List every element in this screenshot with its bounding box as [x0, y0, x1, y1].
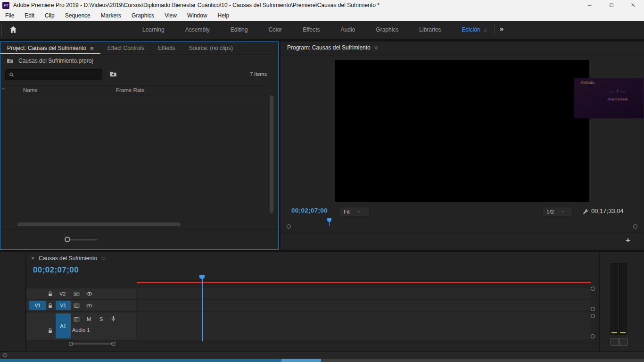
search-input[interactable] [5, 69, 102, 80]
track-output-eye-icon[interactable] [86, 302, 93, 309]
project-panel: Project: Causas del Sufrimiento≡Effect C… [0, 41, 279, 250]
video-scroll-handle-bottom[interactable] [591, 307, 595, 311]
track-v2: V2 [26, 288, 599, 299]
tab-source[interactable]: Source: (no clips) [182, 42, 240, 54]
track-patch-icon[interactable] [73, 302, 80, 309]
tab-effects[interactable]: Effects [151, 42, 182, 54]
menu-file[interactable]: File [0, 12, 19, 19]
transport-controls: + [281, 232, 644, 250]
creative-cloud-icon [2, 352, 8, 358]
items-count: 7 Items [250, 71, 267, 77]
track-patch-icon[interactable] [73, 316, 80, 323]
tab-label: Project: Causas del Sufrimiento [7, 45, 86, 51]
project-toolbar [0, 230, 278, 250]
bin-up-icon [6, 57, 14, 65]
tab-effect-controls[interactable]: Effect Controls [101, 42, 151, 54]
timeline-playhead-line[interactable] [202, 279, 203, 341]
panel-menu-icon[interactable]: ≡ [374, 44, 378, 51]
video-overlay-image: demás. dharmachala [574, 78, 644, 118]
playback-resolution-select[interactable]: 1/2 [542, 207, 572, 216]
track-target-v1[interactable]: V1 [56, 301, 71, 310]
workspace-tab-color[interactable]: Color [258, 26, 292, 33]
workspace-menu-icon[interactable]: ≡ [484, 26, 487, 33]
close-tab-icon[interactable]: × [31, 255, 34, 262]
column-header-name[interactable]: Name [23, 87, 38, 93]
solo-left-button[interactable] [611, 338, 619, 346]
menu-clip[interactable]: Clip [40, 12, 60, 19]
solo-right-button[interactable] [619, 338, 627, 346]
menu-markers[interactable]: Markers [96, 12, 126, 19]
audio-scroll-handle-bottom[interactable] [591, 334, 595, 338]
workspace-tab-assembly[interactable]: Assembly [175, 26, 220, 33]
audio-scroll-handle-top[interactable] [591, 314, 595, 318]
track-v2-lane[interactable] [137, 288, 591, 299]
track-output-eye-icon[interactable] [86, 290, 93, 297]
video-scroll-handle-top[interactable] [591, 287, 595, 291]
timeline-horizontal-scrollbar[interactable] [71, 343, 114, 345]
home-icon[interactable] [8, 25, 18, 34]
track-v2-label[interactable]: V2 [59, 291, 66, 296]
chevU-icon [0, 86, 6, 91]
menu-view[interactable]: View [159, 12, 182, 19]
panel-menu-icon[interactable]: ≡ [101, 255, 105, 262]
menu-sequence[interactable]: Sequence [60, 12, 96, 19]
settings-wrench-icon[interactable] [582, 208, 589, 215]
project-horizontal-scrollbar[interactable] [17, 222, 267, 227]
mini-timeline-left-handle[interactable] [287, 224, 291, 229]
column-header-frame-rate[interactable]: Frame Rate [116, 87, 145, 93]
track-v1-lane[interactable] [137, 300, 591, 311]
workspace-tab-edición[interactable]: Edición≡ [451, 26, 497, 33]
button-editor-add-button[interactable]: + [626, 236, 630, 245]
chevron-down-icon [561, 209, 565, 214]
search-icon [8, 72, 15, 78]
workspace-tab-effects[interactable]: Effects [292, 26, 330, 33]
workspace-tab-editing[interactable]: Editing [220, 26, 258, 33]
panel-menu-icon[interactable]: ≡ [90, 45, 94, 52]
workspace-tab-audio[interactable]: Audio [330, 26, 366, 33]
track-a1-name[interactable]: Audio 1 [72, 327, 90, 333]
timeline-ruler[interactable] [137, 271, 592, 280]
menu-edit[interactable]: Edit [19, 12, 40, 19]
minimize-icon [586, 2, 593, 8]
track-lock-icon[interactable] [47, 327, 54, 334]
menu-window[interactable]: Window [182, 12, 213, 19]
search-in-bin-icon[interactable] [109, 70, 117, 78]
tab-program[interactable]: Program: Causas del Sufrimiento ≡ [281, 41, 384, 54]
zoom-level-select[interactable]: Fit [339, 207, 370, 216]
maximize-button[interactable] [601, 0, 622, 10]
workspace-overflow-chevron[interactable]: » [500, 25, 504, 33]
tab-project[interactable]: Project: Causas del Sufrimiento≡ [0, 42, 101, 54]
minimize-button[interactable] [579, 0, 601, 10]
title-bar: Pr Adobe Premiere Pro 2019 - D:\Videos\2… [0, 0, 644, 10]
timeline-tab[interactable]: × Causas del Sufrimiento ≡ [26, 252, 599, 264]
render-bar [137, 282, 591, 283]
hscroll-right-handle[interactable] [111, 342, 116, 346]
track-lock-icon[interactable] [47, 290, 54, 297]
program-mini-timeline[interactable] [281, 218, 644, 230]
mute-button[interactable]: M [87, 316, 91, 322]
timeline-timecode[interactable]: 00;02;07;00 [33, 265, 79, 275]
project-vertical-scrollbar[interactable] [270, 95, 273, 216]
program-controls: 00;02;07;00 Fit 1/2 00;17;33;04 [281, 206, 644, 217]
workspace-tab-libraries[interactable]: Libraries [409, 26, 451, 33]
voiceover-mic-icon[interactable] [110, 315, 117, 322]
hscroll-left-handle[interactable] [69, 342, 73, 346]
track-target-a1[interactable]: A1 [56, 313, 71, 338]
zoom-slider-track[interactable] [69, 239, 98, 240]
workspace-tab-graphics[interactable]: Graphics [365, 26, 409, 33]
workspace-tabs: LearningAssemblyEditingColorEffectsAudio… [132, 21, 497, 39]
mini-timeline-right-handle[interactable] [633, 224, 637, 229]
workspace-tab-learning[interactable]: Learning [132, 26, 175, 33]
menu-graphics[interactable]: Graphics [126, 12, 159, 19]
close-button[interactable] [622, 0, 644, 10]
breadcrumb[interactable]: Causas del Sufrimiento.prproj [6, 57, 93, 65]
menu-help[interactable]: Help [213, 12, 235, 19]
source-patch-v1[interactable]: V1 [29, 301, 46, 310]
workspace-tab-label: Assembly [185, 26, 210, 33]
track-lock-icon[interactable] [47, 302, 54, 309]
track-patch-icon[interactable] [73, 290, 80, 297]
zoom-slider-knob[interactable] [65, 237, 70, 242]
program-timecode[interactable]: 00;02;07;00 [291, 207, 328, 214]
solo-button[interactable]: S [99, 316, 103, 322]
track-a1-lane[interactable] [137, 313, 591, 340]
